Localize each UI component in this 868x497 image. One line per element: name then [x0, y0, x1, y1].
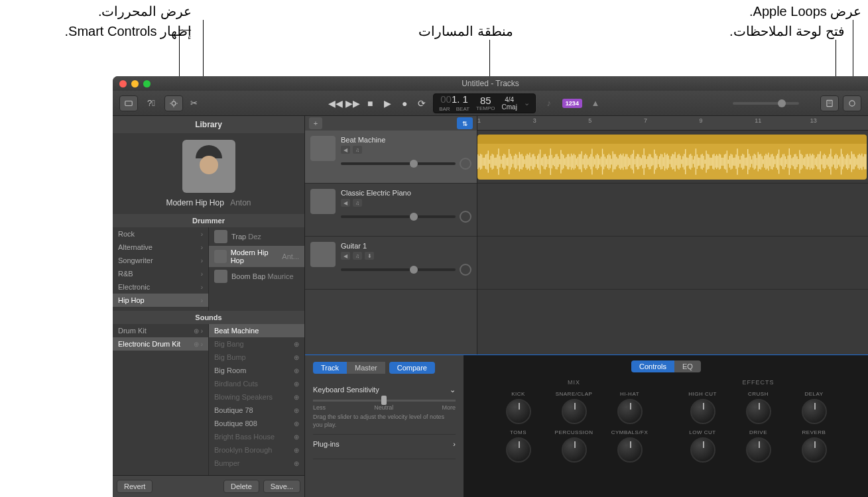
sound-item[interactable]: Blowing Speakers⊕: [209, 390, 304, 404]
smart-controls-button[interactable]: [164, 95, 183, 111]
tab-compare[interactable]: Compare: [389, 362, 435, 374]
mute-button[interactable]: ◀: [341, 146, 350, 154]
play-button[interactable]: ▶: [380, 96, 395, 111]
track-header[interactable]: Beat Machine ◀ ♫: [305, 131, 477, 184]
tab-master[interactable]: Master: [347, 362, 385, 374]
volume-slider[interactable]: [341, 215, 456, 218]
pan-knob[interactable]: [460, 158, 471, 170]
svg-rect-150: [664, 153, 665, 171]
sound-item[interactable]: Bright Bass House⊕: [209, 430, 304, 443]
drummer-item[interactable]: Trap Dez: [209, 227, 304, 246]
revert-button[interactable]: Revert: [117, 480, 153, 493]
knob-snare-clap[interactable]: [562, 399, 587, 424]
knob-low-cut[interactable]: [690, 437, 715, 463]
delete-button[interactable]: Delete: [223, 480, 259, 493]
tuner-button[interactable]: ♪: [540, 95, 558, 111]
knob-crush[interactable]: [746, 399, 771, 424]
chevron-right-icon[interactable]: ›: [453, 440, 456, 448]
region-lane[interactable]: [477, 184, 868, 237]
genre-item[interactable]: Hip Hop›: [113, 294, 208, 307]
notepad-button[interactable]: [820, 95, 839, 111]
svg-rect-96: [594, 158, 595, 164]
cycle-button[interactable]: ⟳: [414, 96, 429, 111]
solo-button[interactable]: ♫: [353, 252, 362, 260]
sound-item[interactable]: Big Bump⊕: [209, 351, 304, 364]
genre-item[interactable]: Alternative›: [113, 241, 208, 254]
sound-item[interactable]: Boutique 78⊕: [209, 404, 304, 417]
drummer-item[interactable]: Boom Bap Maurice: [209, 267, 304, 286]
lcd-display[interactable]: 001. 1 BAR BEAT 85 TEMPO 4/4 Cmaj ⌄: [433, 93, 536, 113]
record-button[interactable]: ●: [397, 96, 412, 111]
library-toggle-button[interactable]: [119, 95, 138, 111]
sound-item[interactable]: Brooklyn Borough⊕: [209, 443, 304, 457]
volume-slider[interactable]: [341, 162, 456, 165]
tab-controls[interactable]: Controls: [631, 360, 674, 372]
knob-drive[interactable]: [746, 437, 771, 463]
mute-button[interactable]: ◀: [341, 252, 350, 260]
quick-help-button[interactable]: ?⃝: [142, 95, 160, 111]
track-header-config-button[interactable]: ⇅: [457, 117, 473, 129]
knob-delay[interactable]: [802, 399, 827, 424]
sound-item[interactable]: Boutique 808⊕: [209, 417, 304, 430]
plugins-label[interactable]: Plug-ins: [313, 440, 340, 448]
audio-region[interactable]: Beat Machine: [477, 135, 867, 180]
svg-rect-215: [749, 154, 749, 170]
lcd-bar-label: BAR: [439, 106, 450, 112]
knob-percussion[interactable]: [562, 437, 587, 463]
svg-rect-123: [629, 158, 630, 165]
pan-knob[interactable]: [460, 264, 471, 276]
timeline[interactable]: 135791113 Beat Machine: [477, 116, 868, 355]
forward-button[interactable]: ▶▶: [345, 96, 360, 111]
rewind-button[interactable]: ◀◀: [328, 96, 343, 111]
solo-button[interactable]: ♫: [353, 146, 362, 154]
genre-item[interactable]: Electronic›: [113, 280, 208, 294]
svg-rect-76: [568, 154, 569, 169]
region-lane[interactable]: [477, 237, 868, 290]
count-in-button[interactable]: 1234: [562, 99, 582, 108]
tab-track[interactable]: Track: [313, 362, 347, 374]
drummer-item[interactable]: Modern Hip Hop Ant...: [209, 246, 304, 267]
sound-item[interactable]: Beat Machine: [209, 324, 304, 337]
sound-item[interactable]: Bumper⊕: [209, 457, 304, 470]
minimize-window-button[interactable]: [131, 80, 139, 87]
editors-button[interactable]: ✂: [187, 95, 200, 111]
svg-rect-197: [725, 154, 726, 170]
sound-item[interactable]: Big Room⊕: [209, 364, 304, 377]
chevron-down-icon[interactable]: ⌄: [450, 386, 456, 394]
save-button[interactable]: Save...: [263, 480, 300, 493]
knob-high-cut[interactable]: [690, 399, 715, 424]
add-track-button[interactable]: +: [309, 117, 322, 129]
knob-hi-hat[interactable]: [617, 399, 643, 424]
svg-rect-207: [738, 156, 739, 167]
region-lane[interactable]: Beat Machine: [477, 131, 868, 184]
volume-slider[interactable]: [341, 268, 456, 271]
stop-button[interactable]: ■: [363, 96, 377, 111]
knob-reverb[interactable]: [802, 437, 827, 463]
track-header[interactable]: Classic Electric Piano ◀ ♫: [305, 184, 477, 237]
track-header[interactable]: Guitar 1 ◀ ♫ ⬇: [305, 237, 477, 290]
sensitivity-slider[interactable]: [313, 400, 456, 402]
pan-knob[interactable]: [460, 211, 471, 223]
master-volume-slider[interactable]: [733, 102, 799, 105]
sound-item[interactable]: Big Bang⊕: [209, 337, 304, 351]
maximize-window-button[interactable]: [143, 80, 151, 87]
knob-toms[interactable]: [506, 437, 531, 463]
kit-item[interactable]: Drum Kit⊕ ›: [113, 324, 208, 337]
svg-rect-77: [570, 156, 570, 167]
ruler[interactable]: 135791113: [477, 116, 868, 131]
tab-eq[interactable]: EQ: [674, 360, 701, 372]
mute-button[interactable]: ◀: [341, 199, 350, 207]
svg-rect-199: [728, 160, 729, 164]
solo-button[interactable]: ♫: [353, 199, 362, 207]
genre-item[interactable]: Rock›: [113, 227, 208, 241]
genre-item[interactable]: R&B›: [113, 267, 208, 280]
genre-item[interactable]: Songwriter›: [113, 254, 208, 267]
knob-kick[interactable]: [506, 399, 531, 424]
loop-browser-button[interactable]: [843, 95, 861, 111]
knob-cymbals-fx[interactable]: [617, 437, 643, 463]
input-button[interactable]: ⬇: [365, 252, 374, 260]
close-window-button[interactable]: [119, 80, 127, 87]
sound-item[interactable]: Birdland Cuts⊕: [209, 377, 304, 390]
metronome-button[interactable]: ▲: [586, 95, 605, 111]
kit-item[interactable]: Electronic Drum Kit⊕ ›: [113, 337, 208, 351]
